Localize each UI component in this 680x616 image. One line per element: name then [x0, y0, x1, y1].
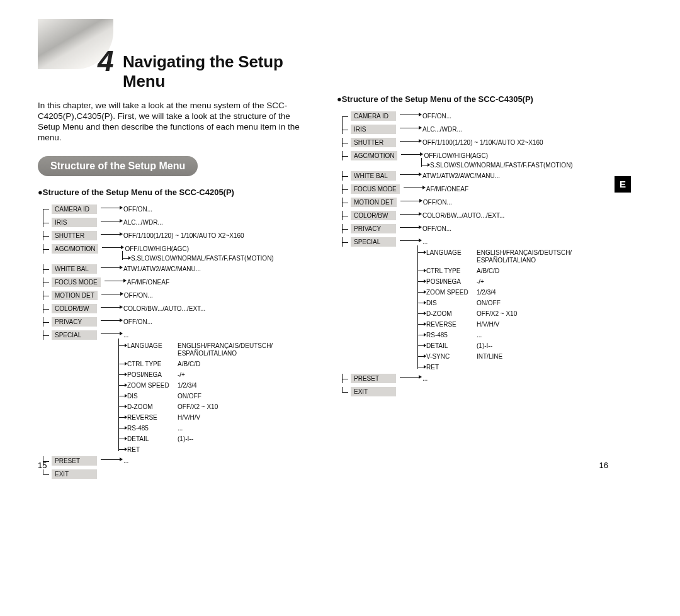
menu-row: FOCUS MODEAF/MF/ONEAF: [43, 277, 305, 287]
menu-value: OFF/LOW/HIGH(AGC): [424, 151, 488, 160]
sub-menu-value: ON/OFF: [178, 393, 201, 400]
sub-menu-value: ON/OFF: [477, 300, 501, 307]
sub-menu-row: CTRL TYPEA/B/C/D: [417, 267, 608, 275]
sub-menu-value: H/V/H/V: [477, 321, 499, 328]
section-heading: Structure of the Setup Menu: [38, 156, 198, 176]
sub-menu-value: -/+: [178, 371, 185, 379]
right-page: ●Structure of the Setup Menu of the SCC-…: [318, 0, 636, 483]
sub-menu-value: H/V/H/V: [178, 414, 200, 422]
menu-label: PRIVACY: [52, 317, 97, 327]
menu-value: OFF/ON...: [422, 224, 451, 233]
tab-e: E: [615, 176, 631, 193]
sub-menu-row: DISON/OFF: [118, 393, 305, 400]
menu-extra-value: S.SLOW/SLOW/NORMAL/FAST/F.FAST(MOTION): [122, 255, 305, 262]
arrow-icon: [400, 125, 422, 131]
sub-menu-row: REVERSEH/V/H/V: [118, 414, 305, 422]
arrow-icon: [400, 237, 422, 244]
arrow-icon: [101, 231, 123, 237]
sub-menu-value: ENGLISH/FRANÇAIS/DEUTSCH/ESPAÑOL/ITALIAN…: [178, 342, 273, 357]
menu-value: ...: [422, 374, 428, 383]
right-menu-tree: CAMERA IDOFF/ON...IRISALC.../WDR...SHUTT…: [342, 111, 608, 396]
arrow-icon: [105, 277, 127, 284]
intro-text: In this chapter, we will take a look at …: [38, 101, 305, 143]
sub-menu-label: ZOOM SPEED: [127, 382, 175, 389]
right-subheading: ●Structure of the Setup Menu of the SCC-…: [337, 94, 608, 104]
menu-row: COLOR/BWCOLOR/BW.../AUTO.../EXT...: [342, 211, 608, 220]
menu-label: COLOR/BW: [351, 211, 396, 220]
arrow-icon: [101, 218, 123, 224]
menu-label: CAMERA ID: [52, 204, 97, 214]
menu-row: EXIT: [43, 469, 305, 479]
chapter-title: Navigating the Setup Menu: [123, 52, 305, 91]
arrow-icon: [102, 244, 125, 250]
left-menu-tree: CAMERA IDOFF/ON...IRISALC.../WDR...SHUTT…: [43, 204, 305, 479]
sub-menu-row: DISON/OFF: [417, 300, 608, 307]
menu-row: MOTION DETOFF/ON...: [342, 198, 608, 207]
menu-row: IRISALC.../WDR...: [43, 218, 305, 227]
arrow-icon: [101, 264, 123, 271]
menu-row: MOTION DETOFF/ON...: [43, 291, 305, 300]
sub-menu-label: LANGUAGE: [426, 249, 474, 256]
menu-row: AGC/MOTIONOFF/LOW/HIGH(AGC): [43, 244, 305, 254]
menu-value: COLOR/BW.../AUTO.../EXT...: [422, 211, 504, 220]
arrow-icon: [400, 374, 422, 380]
menu-label: AGC/MOTION: [52, 244, 98, 254]
menu-value: ...: [123, 330, 128, 339]
sub-menu-value: -/+: [477, 278, 484, 286]
sub-menu: LANGUAGEENGLISH/FRANÇAIS/DEUTSCH/ESPAÑOL…: [118, 342, 305, 453]
sub-menu-value: A/B/C/D: [477, 267, 499, 275]
menu-value: OFF/ON...: [123, 317, 152, 326]
sub-menu-row: D-ZOOMOFF/X2 ~ X10: [118, 403, 305, 411]
menu-value: OFF/ON...: [423, 198, 452, 206]
sub-menu-value: (1)-I--: [178, 435, 193, 443]
arrow-icon: [101, 330, 123, 337]
sub-menu-label: DETAIL: [426, 342, 474, 349]
menu-label: MOTION DET: [52, 291, 98, 300]
left-subheading: ●Structure of the Setup Menu of the SCC-…: [38, 188, 305, 197]
arrow-icon: [101, 456, 123, 462]
menu-label: SHUTTER: [52, 231, 97, 240]
sub-menu-row: REVERSEH/V/H/V: [417, 321, 608, 328]
menu-label: FOCUS MODE: [52, 277, 101, 287]
menu-value: AF/MF/ONEAF: [127, 277, 169, 286]
menu-row: EXIT: [342, 387, 608, 396]
menu-row: PRIVACYOFF/ON...: [342, 224, 608, 233]
menu-label: FOCUS MODE: [351, 184, 400, 194]
arrow-icon: [101, 291, 124, 297]
sub-menu-label: CTRL TYPE: [426, 267, 474, 274]
menu-value: OFF/1/100(1/120) ~ 1/10K/AUTO X2~X160: [422, 138, 543, 147]
menu-row: COLOR/BWCOLOR/BW.../AUTO.../EXT...: [43, 304, 305, 313]
menu-row: PRESET...: [43, 456, 305, 466]
sub-menu-value: A/B/C/D: [178, 361, 200, 368]
arrow-icon: [404, 184, 426, 191]
menu-label: SHUTTER: [351, 138, 396, 147]
menu-label: WHITE BAL: [351, 171, 396, 181]
sub-menu-label: REVERSE: [426, 321, 474, 328]
arrow-icon: [400, 171, 422, 177]
menu-label: EXIT: [351, 387, 396, 396]
sub-menu-row: RS-485...: [417, 332, 608, 339]
menu-value: OFF/ON...: [123, 204, 152, 213]
menu-row: SHUTTEROFF/1/100(1/120) ~ 1/10K/AUTO X2~…: [342, 138, 608, 147]
menu-row: WHITE BALATW1/ATW2/AWC/MANU...: [342, 171, 608, 181]
sub-menu-row: LANGUAGEENGLISH/FRANÇAIS/DEUTSCH/ESPAÑOL…: [118, 342, 305, 357]
sub-menu-row: V-SYNCINT/LINE: [417, 353, 608, 361]
sub-menu-row: CTRL TYPEA/B/C/D: [118, 361, 305, 368]
sub-menu-row: LANGUAGEENGLISH/FRANÇAIS/DEUTSCH/ESPAÑOL…: [417, 249, 608, 264]
arrow-icon: [400, 111, 422, 118]
left-page: 4 Navigating the Setup Menu In this chap…: [0, 0, 318, 483]
menu-row: SPECIAL...: [342, 237, 608, 247]
sub-menu-value: (1)-I--: [477, 342, 492, 350]
arrow-icon: [400, 211, 422, 217]
menu-row: CAMERA IDOFF/ON...: [43, 204, 305, 214]
sub-menu-value: 1/2/3/4: [178, 382, 197, 389]
menu-label: CAMERA ID: [351, 111, 396, 121]
sub-menu-value: ...: [477, 332, 482, 339]
sub-menu-row: DETAIL(1)-I--: [118, 435, 305, 443]
sub-menu-label: RET: [426, 364, 474, 371]
sub-menu-row: RET: [118, 446, 305, 453]
menu-label: PRESET: [52, 456, 97, 466]
menu-row: FOCUS MODEAF/MF/ONEAF: [342, 184, 608, 194]
sub-menu-label: CTRL TYPE: [127, 361, 175, 367]
sub-menu-row: ZOOM SPEED1/2/3/4: [417, 289, 608, 296]
